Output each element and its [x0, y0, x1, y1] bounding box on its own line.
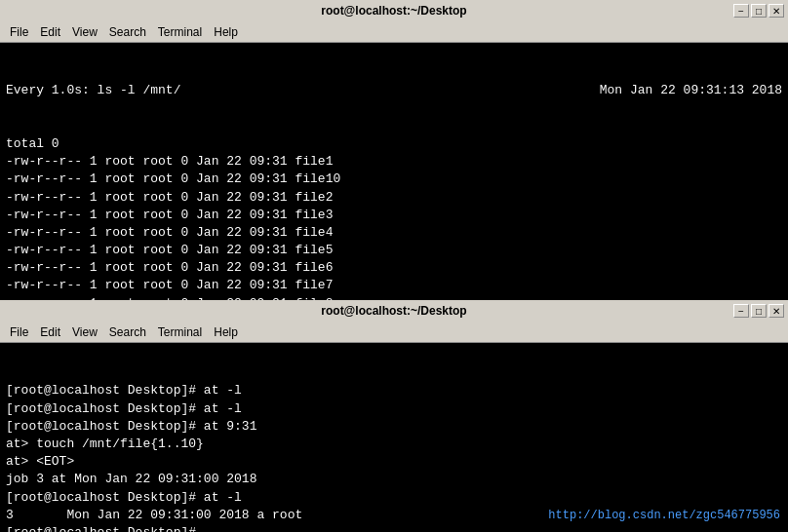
menu-search-1[interactable]: Search — [103, 25, 152, 39]
title-2: root@localhost:~/Desktop — [321, 304, 466, 318]
minimize-button-2[interactable]: − — [733, 304, 749, 318]
watch-output: total 0-rw-r--r-- 1 root root 0 Jan 22 0… — [6, 135, 782, 300]
list-item: [root@localhost Desktop]# at -l — [6, 400, 782, 418]
menu-help-2[interactable]: Help — [208, 325, 244, 339]
menubar-2: File Edit View Search Terminal Help — [0, 322, 788, 343]
menu-edit-1[interactable]: Edit — [34, 25, 66, 39]
menu-search-2[interactable]: Search — [103, 325, 152, 339]
list-item: -rw-r--r-- 1 root root 0 Jan 22 09:31 fi… — [6, 171, 782, 188]
menu-file-1[interactable]: File — [4, 25, 34, 39]
list-item: [root@localhost Desktop]# at -l — [6, 489, 782, 507]
list-item: -rw-r--r-- 1 root root 0 Jan 22 09:31 fi… — [6, 189, 782, 207]
title-1: root@localhost:~/Desktop — [321, 4, 466, 18]
menu-terminal-1[interactable]: Terminal — [152, 25, 208, 39]
watch-command: Every 1.0s: ls -l /mnt/ — [6, 82, 180, 99]
terminal-content-2: [root@localhost Desktop]# at -l[root@loc… — [0, 343, 788, 532]
list-item: [root@localhost Desktop]# — [6, 524, 782, 532]
close-button-2[interactable]: ✕ — [768, 304, 784, 318]
titlebar-1: root@localhost:~/Desktop − □ ✕ — [0, 0, 788, 21]
titlebar-2: root@localhost:~/Desktop − □ ✕ — [0, 300, 788, 322]
menu-view-2[interactable]: View — [66, 325, 103, 339]
watermark: http://blog.csdn.net/zgc546775956 — [548, 508, 780, 524]
menu-edit-2[interactable]: Edit — [34, 325, 66, 339]
watch-header: Every 1.0s: ls -l /mnt/ Mon Jan 22 09:31… — [6, 82, 782, 99]
window-controls-1: − □ ✕ — [733, 4, 784, 18]
minimize-button-1[interactable]: − — [733, 4, 749, 18]
list-item: at> <EOT> — [6, 453, 782, 471]
list-item: -rw-r--r-- 1 root root 0 Jan 22 09:31 fi… — [6, 224, 782, 242]
menubar-1: File Edit View Search Terminal Help — [0, 21, 788, 43]
list-item: job 3 at Mon Jan 22 09:31:00 2018 — [6, 471, 782, 488]
terminal-window-1: root@localhost:~/Desktop − □ ✕ File Edit… — [0, 0, 788, 300]
list-item: -rw-r--r-- 1 root root 0 Jan 22 09:31 fi… — [6, 242, 782, 259]
list-item: -rw-r--r-- 1 root root 0 Jan 22 09:31 fi… — [6, 277, 782, 294]
list-item: -rw-r--r-- 1 root root 0 Jan 22 09:31 fi… — [6, 153, 782, 171]
list-item: [root@localhost Desktop]# at -l — [6, 382, 782, 399]
list-item: at> touch /mnt/file{1..10} — [6, 436, 782, 453]
list-item: total 0 — [6, 135, 782, 153]
watch-timestamp: Mon Jan 22 09:31:13 2018 — [600, 82, 782, 99]
menu-terminal-2[interactable]: Terminal — [152, 325, 208, 339]
maximize-button-2[interactable]: □ — [751, 304, 767, 318]
maximize-button-1[interactable]: □ — [751, 4, 767, 18]
window-controls-2: − □ ✕ — [733, 304, 784, 318]
menu-view-1[interactable]: View — [66, 25, 103, 39]
menu-file-2[interactable]: File — [4, 325, 34, 339]
list-item: [root@localhost Desktop]# at 9:31 — [6, 418, 782, 436]
list-item: -rw-r--r-- 1 root root 0 Jan 22 09:31 fi… — [6, 259, 782, 277]
menu-help-1[interactable]: Help — [208, 25, 244, 39]
list-item: -rw-r--r-- 1 root root 0 Jan 22 09:31 fi… — [6, 207, 782, 224]
close-button-1[interactable]: ✕ — [768, 4, 784, 18]
terminal-content-1: Every 1.0s: ls -l /mnt/ Mon Jan 22 09:31… — [0, 43, 788, 300]
terminal-window-2: root@localhost:~/Desktop − □ ✕ File Edit… — [0, 300, 788, 532]
